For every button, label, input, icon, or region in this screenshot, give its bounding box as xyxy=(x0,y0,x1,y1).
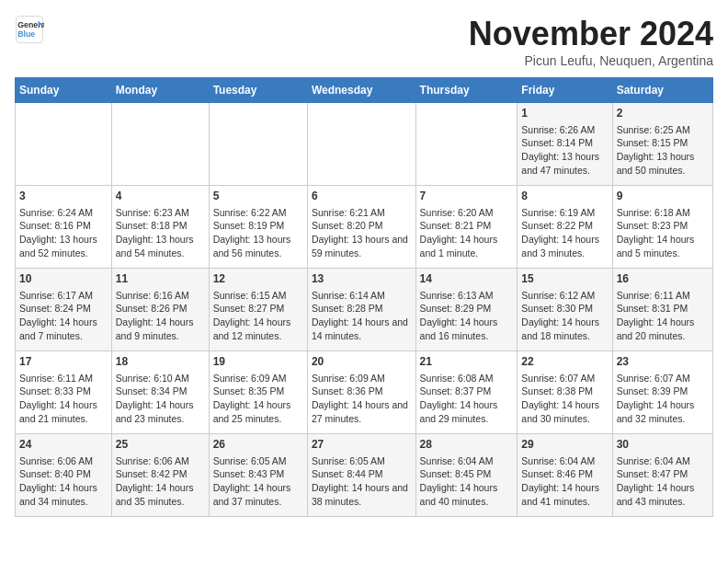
header-thursday: Thursday xyxy=(415,78,518,103)
day-info: Sunrise: 6:07 AM xyxy=(617,372,709,385)
day-info: Sunset: 8:29 PM xyxy=(420,302,514,316)
calendar-cell xyxy=(16,103,112,186)
calendar-cell: 29Sunrise: 6:04 AMSunset: 8:46 PMDayligh… xyxy=(518,434,612,517)
day-number: 14 xyxy=(420,271,514,287)
day-info: Daylight: 14 hours and 18 minutes. xyxy=(521,316,608,342)
day-number: 30 xyxy=(617,437,709,453)
day-number: 25 xyxy=(116,437,205,453)
day-number: 10 xyxy=(19,271,108,287)
day-number: 18 xyxy=(116,354,205,370)
day-info: Sunrise: 6:04 AM xyxy=(420,454,514,468)
day-number: 2 xyxy=(617,106,709,121)
location: Picun Leufu, Neuquen, Argentina xyxy=(469,53,713,68)
day-info: Sunset: 8:16 PM xyxy=(19,219,108,233)
week-row-4: 17Sunrise: 6:11 AMSunset: 8:33 PMDayligh… xyxy=(16,351,713,434)
day-info: Sunset: 8:40 PM xyxy=(19,467,108,481)
day-info: Sunset: 8:46 PM xyxy=(521,467,608,481)
day-info: Sunset: 8:47 PM xyxy=(617,467,709,481)
day-number: 24 xyxy=(19,437,108,453)
day-number: 1 xyxy=(521,106,608,121)
day-info: Sunrise: 6:04 AM xyxy=(617,454,709,468)
day-info: Sunrise: 6:07 AM xyxy=(521,372,608,385)
day-info: Daylight: 14 hours and 38 minutes. xyxy=(312,481,412,508)
day-info: Daylight: 14 hours and 12 minutes. xyxy=(213,316,303,342)
day-info: Sunrise: 6:05 AM xyxy=(312,454,412,468)
day-number: 29 xyxy=(521,437,608,453)
calendar-cell: 8Sunrise: 6:19 AMSunset: 8:22 PMDaylight… xyxy=(518,186,612,269)
calendar-cell: 17Sunrise: 6:11 AMSunset: 8:33 PMDayligh… xyxy=(16,351,112,434)
day-info: Sunset: 8:36 PM xyxy=(312,385,412,398)
day-number: 23 xyxy=(617,354,709,370)
calendar-cell: 3Sunrise: 6:24 AMSunset: 8:16 PMDaylight… xyxy=(16,186,112,269)
day-info: Daylight: 14 hours and 40 minutes. xyxy=(420,481,514,508)
day-info: Sunrise: 6:20 AM xyxy=(420,206,514,220)
calendar-cell: 13Sunrise: 6:14 AMSunset: 8:28 PMDayligh… xyxy=(307,269,415,351)
day-info: Sunset: 8:19 PM xyxy=(213,219,303,233)
day-info: Daylight: 14 hours and 9 minutes. xyxy=(116,316,205,342)
day-info: Sunset: 8:33 PM xyxy=(19,385,108,398)
calendar-cell: 24Sunrise: 6:06 AMSunset: 8:40 PMDayligh… xyxy=(16,434,112,517)
header-tuesday: Tuesday xyxy=(209,78,307,103)
day-info: Sunrise: 6:06 AM xyxy=(19,454,108,468)
header-row: Sunday Monday Tuesday Wednesday Thursday… xyxy=(16,78,713,103)
calendar-cell: 5Sunrise: 6:22 AMSunset: 8:19 PMDaylight… xyxy=(209,186,307,269)
day-info: Daylight: 14 hours and 23 minutes. xyxy=(116,398,205,425)
calendar-cell: 6Sunrise: 6:21 AMSunset: 8:20 PMDaylight… xyxy=(307,186,415,269)
day-info: Sunset: 8:18 PM xyxy=(116,219,205,233)
day-info: Sunrise: 6:22 AM xyxy=(213,206,303,220)
day-info: Daylight: 13 hours and 59 minutes. xyxy=(312,233,412,259)
day-info: Daylight: 14 hours and 14 minutes. xyxy=(312,316,412,342)
day-info: Sunrise: 6:13 AM xyxy=(420,289,514,303)
day-info: Daylight: 13 hours and 54 minutes. xyxy=(116,233,205,259)
calendar-cell: 2Sunrise: 6:25 AMSunset: 8:15 PMDaylight… xyxy=(612,103,712,186)
day-info: Sunset: 8:43 PM xyxy=(213,467,303,481)
day-info: Sunrise: 6:24 AM xyxy=(19,206,108,220)
day-info: Sunset: 8:42 PM xyxy=(116,467,205,481)
day-number: 20 xyxy=(312,354,412,370)
calendar-cell: 12Sunrise: 6:15 AMSunset: 8:27 PMDayligh… xyxy=(209,269,307,351)
day-info: Sunrise: 6:18 AM xyxy=(617,206,709,220)
day-number: 4 xyxy=(116,189,205,204)
day-info: Sunset: 8:38 PM xyxy=(521,385,608,398)
day-info: Daylight: 13 hours and 47 minutes. xyxy=(521,150,608,177)
day-info: Sunset: 8:37 PM xyxy=(420,385,514,398)
day-info: Sunset: 8:28 PM xyxy=(312,302,412,316)
day-number: 26 xyxy=(213,437,303,453)
day-info: Daylight: 14 hours and 34 minutes. xyxy=(19,481,108,508)
week-row-2: 3Sunrise: 6:24 AMSunset: 8:16 PMDaylight… xyxy=(16,186,713,269)
day-info: Sunrise: 6:14 AM xyxy=(312,289,412,303)
calendar-cell xyxy=(111,103,209,186)
day-number: 7 xyxy=(420,189,514,204)
day-info: Sunset: 8:24 PM xyxy=(19,302,108,316)
day-info: Daylight: 14 hours and 5 minutes. xyxy=(617,233,709,259)
logo: General Blue xyxy=(15,15,44,44)
page-header: General Blue November 2024 Picun Leufu, … xyxy=(15,15,713,68)
calendar-cell: 4Sunrise: 6:23 AMSunset: 8:18 PMDaylight… xyxy=(111,186,209,269)
day-info: Daylight: 14 hours and 43 minutes. xyxy=(617,481,709,508)
calendar-cell xyxy=(415,103,518,186)
svg-text:Blue: Blue xyxy=(17,29,35,39)
day-info: Daylight: 13 hours and 56 minutes. xyxy=(213,233,303,259)
day-info: Sunset: 8:26 PM xyxy=(116,302,205,316)
day-number: 11 xyxy=(116,271,205,287)
day-info: Sunrise: 6:05 AM xyxy=(213,454,303,468)
day-info: Sunset: 8:20 PM xyxy=(312,219,412,233)
logo-icon: General Blue xyxy=(15,15,44,44)
header-sunday: Sunday xyxy=(16,78,112,103)
header-wednesday: Wednesday xyxy=(307,78,415,103)
header-monday: Monday xyxy=(111,78,209,103)
day-info: Sunset: 8:30 PM xyxy=(521,302,608,316)
calendar-cell xyxy=(209,103,307,186)
day-number: 28 xyxy=(420,437,514,453)
day-number: 8 xyxy=(521,189,608,204)
day-info: Sunset: 8:14 PM xyxy=(521,136,608,150)
day-info: Sunrise: 6:06 AM xyxy=(116,454,205,468)
calendar-cell: 27Sunrise: 6:05 AMSunset: 8:44 PMDayligh… xyxy=(307,434,415,517)
day-info: Sunrise: 6:09 AM xyxy=(213,372,303,385)
day-number: 13 xyxy=(312,271,412,287)
day-info: Daylight: 14 hours and 7 minutes. xyxy=(19,316,108,342)
day-info: Sunset: 8:34 PM xyxy=(116,385,205,398)
calendar-table: Sunday Monday Tuesday Wednesday Thursday… xyxy=(15,77,713,517)
day-number: 17 xyxy=(19,354,108,370)
day-info: Sunrise: 6:21 AM xyxy=(312,206,412,220)
